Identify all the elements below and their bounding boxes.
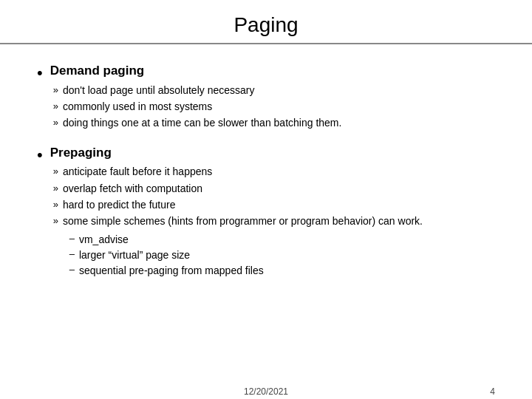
bullet-main-2: Prepaging bbox=[50, 144, 423, 162]
sub-text-2-1: anticipate fault before it happens bbox=[63, 164, 212, 179]
sub-item-1-1: » don't load page until absolutely neces… bbox=[53, 83, 342, 98]
sub-sub-dash-2-3: – bbox=[69, 263, 75, 277]
sub-arrow-1-2: » bbox=[53, 100, 58, 114]
sub-sub-dash-2-2: – bbox=[69, 248, 75, 262]
sub-sub-text-2-2: larger “virtual” page size bbox=[79, 248, 190, 262]
sub-sub-text-2-1: vm_advise bbox=[79, 232, 129, 247]
sub-items-2: » anticipate fault before it happens » o… bbox=[50, 164, 423, 278]
sub-text-2-3: hard to predict the future bbox=[63, 197, 176, 212]
sub-sub-text-2-3: sequential pre-paging from mapped files bbox=[79, 263, 264, 278]
sub-text-2-2: overlap fetch with computation bbox=[63, 181, 202, 196]
sub-arrow-2-3: » bbox=[53, 198, 58, 212]
sub-item-2-1: » anticipate fault before it happens bbox=[53, 164, 423, 179]
bullet-dot-1: • bbox=[37, 63, 43, 84]
slide: Paging • Demand paging » don't load page… bbox=[0, 0, 532, 399]
sub-arrow-2-4: » bbox=[53, 214, 58, 228]
sub-item-1-3: » doing things one at a time can be slow… bbox=[53, 115, 342, 130]
title-divider bbox=[0, 43, 532, 44]
bullet-item-demand: • Demand paging » don't load page until … bbox=[37, 62, 495, 131]
sub-sub-item-2-3: – sequential pre-paging from mapped file… bbox=[69, 263, 423, 278]
sub-text-1-2: commonly used in most systems bbox=[63, 99, 212, 114]
content-area: • Demand paging » don't load page until … bbox=[0, 50, 532, 387]
footer-page: 4 bbox=[490, 386, 495, 397]
sub-arrow-1-1: » bbox=[53, 83, 58, 98]
bullet-item-prepaging: • Prepaging » anticipate fault before it… bbox=[37, 144, 495, 279]
slide-title: Paging bbox=[30, 13, 502, 37]
sub-item-1-2: » commonly used in most systems bbox=[53, 99, 342, 114]
sub-arrow-2-1: » bbox=[53, 165, 58, 179]
sub-text-1-1: don't load page until absolutely necessa… bbox=[63, 83, 255, 98]
sub-arrow-2-2: » bbox=[53, 182, 58, 196]
bullet-dot-2: • bbox=[37, 145, 43, 166]
sub-item-2-4: » some simple schemes (hints from progra… bbox=[53, 214, 423, 228]
bullet-content-2: Prepaging » anticipate fault before it h… bbox=[50, 144, 423, 279]
sub-text-2-4: some simple schemes (hints from programm… bbox=[63, 214, 423, 228]
footer-date: 12/20/2021 bbox=[244, 386, 288, 397]
footer: 12/20/2021 4 bbox=[0, 387, 532, 399]
sub-text-1-3: doing things one at a time can be slower… bbox=[63, 115, 341, 130]
sub-items-1: » don't load page until absolutely neces… bbox=[50, 83, 342, 131]
sub-sub-dash-2-1: – bbox=[69, 232, 75, 246]
title-area: Paging bbox=[0, 0, 532, 43]
bullet-content-1: Demand paging » don't load page until ab… bbox=[50, 62, 342, 131]
sub-item-2-3: » hard to predict the future bbox=[53, 197, 423, 212]
bullet-main-1: Demand paging bbox=[50, 62, 342, 80]
sub-arrow-1-3: » bbox=[53, 116, 58, 130]
sub-sub-item-2-1: – vm_advise bbox=[69, 232, 423, 247]
sub-sub-item-2-2: – larger “virtual” page size bbox=[69, 248, 423, 262]
sub-item-2-2: » overlap fetch with computation bbox=[53, 181, 423, 196]
sub-sub-items-2: – vm_advise – larger “virtual” page size… bbox=[53, 232, 423, 279]
